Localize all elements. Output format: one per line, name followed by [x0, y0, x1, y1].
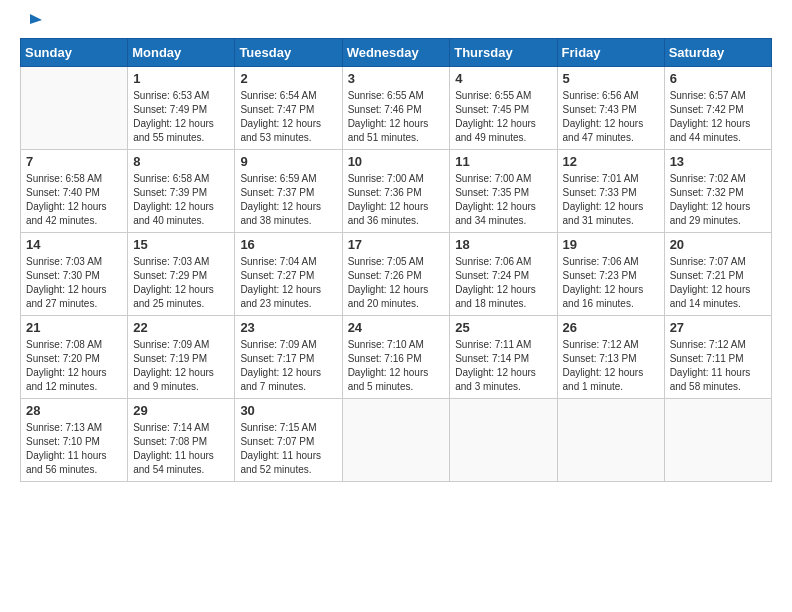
calendar-week-5: 28Sunrise: 7:13 AM Sunset: 7:10 PM Dayli… — [21, 399, 772, 482]
day-info: Sunrise: 6:54 AM Sunset: 7:47 PM Dayligh… — [240, 89, 336, 145]
logo — [20, 20, 42, 28]
calendar-cell: 6Sunrise: 6:57 AM Sunset: 7:42 PM Daylig… — [664, 67, 771, 150]
day-info: Sunrise: 7:10 AM Sunset: 7:16 PM Dayligh… — [348, 338, 445, 394]
day-info: Sunrise: 7:04 AM Sunset: 7:27 PM Dayligh… — [240, 255, 336, 311]
calendar-week-1: 1Sunrise: 6:53 AM Sunset: 7:49 PM Daylig… — [21, 67, 772, 150]
svg-marker-0 — [30, 14, 42, 24]
day-number: 4 — [455, 71, 551, 86]
calendar-cell: 3Sunrise: 6:55 AM Sunset: 7:46 PM Daylig… — [342, 67, 450, 150]
day-info: Sunrise: 7:09 AM Sunset: 7:17 PM Dayligh… — [240, 338, 336, 394]
day-number: 22 — [133, 320, 229, 335]
calendar-cell: 28Sunrise: 7:13 AM Sunset: 7:10 PM Dayli… — [21, 399, 128, 482]
day-info: Sunrise: 7:11 AM Sunset: 7:14 PM Dayligh… — [455, 338, 551, 394]
day-number: 10 — [348, 154, 445, 169]
day-info: Sunrise: 7:06 AM Sunset: 7:23 PM Dayligh… — [563, 255, 659, 311]
day-info: Sunrise: 7:06 AM Sunset: 7:24 PM Dayligh… — [455, 255, 551, 311]
calendar-week-4: 21Sunrise: 7:08 AM Sunset: 7:20 PM Dayli… — [21, 316, 772, 399]
calendar-cell: 30Sunrise: 7:15 AM Sunset: 7:07 PM Dayli… — [235, 399, 342, 482]
day-number: 11 — [455, 154, 551, 169]
day-info: Sunrise: 7:01 AM Sunset: 7:33 PM Dayligh… — [563, 172, 659, 228]
calendar-cell: 24Sunrise: 7:10 AM Sunset: 7:16 PM Dayli… — [342, 316, 450, 399]
day-number: 25 — [455, 320, 551, 335]
day-info: Sunrise: 7:00 AM Sunset: 7:35 PM Dayligh… — [455, 172, 551, 228]
page-header — [20, 20, 772, 28]
calendar-cell — [342, 399, 450, 482]
weekday-header-saturday: Saturday — [664, 39, 771, 67]
calendar-week-2: 7Sunrise: 6:58 AM Sunset: 7:40 PM Daylig… — [21, 150, 772, 233]
calendar-cell: 27Sunrise: 7:12 AM Sunset: 7:11 PM Dayli… — [664, 316, 771, 399]
day-info: Sunrise: 7:09 AM Sunset: 7:19 PM Dayligh… — [133, 338, 229, 394]
calendar-cell: 7Sunrise: 6:58 AM Sunset: 7:40 PM Daylig… — [21, 150, 128, 233]
day-info: Sunrise: 7:08 AM Sunset: 7:20 PM Dayligh… — [26, 338, 122, 394]
calendar-cell: 10Sunrise: 7:00 AM Sunset: 7:36 PM Dayli… — [342, 150, 450, 233]
day-number: 24 — [348, 320, 445, 335]
day-info: Sunrise: 7:02 AM Sunset: 7:32 PM Dayligh… — [670, 172, 766, 228]
day-info: Sunrise: 7:13 AM Sunset: 7:10 PM Dayligh… — [26, 421, 122, 477]
calendar-cell: 5Sunrise: 6:56 AM Sunset: 7:43 PM Daylig… — [557, 67, 664, 150]
weekday-header-monday: Monday — [128, 39, 235, 67]
day-number: 21 — [26, 320, 122, 335]
day-number: 28 — [26, 403, 122, 418]
day-info: Sunrise: 6:53 AM Sunset: 7:49 PM Dayligh… — [133, 89, 229, 145]
calendar-cell: 8Sunrise: 6:58 AM Sunset: 7:39 PM Daylig… — [128, 150, 235, 233]
day-number: 9 — [240, 154, 336, 169]
day-number: 26 — [563, 320, 659, 335]
day-number: 27 — [670, 320, 766, 335]
calendar-cell: 22Sunrise: 7:09 AM Sunset: 7:19 PM Dayli… — [128, 316, 235, 399]
calendar-cell: 9Sunrise: 6:59 AM Sunset: 7:37 PM Daylig… — [235, 150, 342, 233]
day-number: 1 — [133, 71, 229, 86]
calendar-cell: 16Sunrise: 7:04 AM Sunset: 7:27 PM Dayli… — [235, 233, 342, 316]
calendar-cell: 4Sunrise: 6:55 AM Sunset: 7:45 PM Daylig… — [450, 67, 557, 150]
calendar-cell: 17Sunrise: 7:05 AM Sunset: 7:26 PM Dayli… — [342, 233, 450, 316]
day-number: 14 — [26, 237, 122, 252]
day-info: Sunrise: 7:15 AM Sunset: 7:07 PM Dayligh… — [240, 421, 336, 477]
calendar-cell: 23Sunrise: 7:09 AM Sunset: 7:17 PM Dayli… — [235, 316, 342, 399]
day-info: Sunrise: 6:56 AM Sunset: 7:43 PM Dayligh… — [563, 89, 659, 145]
day-number: 18 — [455, 237, 551, 252]
day-number: 3 — [348, 71, 445, 86]
day-info: Sunrise: 7:03 AM Sunset: 7:30 PM Dayligh… — [26, 255, 122, 311]
day-number: 6 — [670, 71, 766, 86]
calendar-cell: 29Sunrise: 7:14 AM Sunset: 7:08 PM Dayli… — [128, 399, 235, 482]
day-number: 19 — [563, 237, 659, 252]
day-number: 2 — [240, 71, 336, 86]
day-info: Sunrise: 6:57 AM Sunset: 7:42 PM Dayligh… — [670, 89, 766, 145]
logo-bird-icon — [22, 12, 42, 32]
calendar-cell: 26Sunrise: 7:12 AM Sunset: 7:13 PM Dayli… — [557, 316, 664, 399]
day-number: 12 — [563, 154, 659, 169]
day-number: 17 — [348, 237, 445, 252]
day-number: 20 — [670, 237, 766, 252]
day-number: 15 — [133, 237, 229, 252]
calendar-cell — [450, 399, 557, 482]
calendar-cell: 25Sunrise: 7:11 AM Sunset: 7:14 PM Dayli… — [450, 316, 557, 399]
day-info: Sunrise: 7:05 AM Sunset: 7:26 PM Dayligh… — [348, 255, 445, 311]
weekday-header-row: SundayMondayTuesdayWednesdayThursdayFrid… — [21, 39, 772, 67]
weekday-header-thursday: Thursday — [450, 39, 557, 67]
weekday-header-friday: Friday — [557, 39, 664, 67]
calendar-cell: 19Sunrise: 7:06 AM Sunset: 7:23 PM Dayli… — [557, 233, 664, 316]
day-info: Sunrise: 6:58 AM Sunset: 7:40 PM Dayligh… — [26, 172, 122, 228]
day-number: 8 — [133, 154, 229, 169]
day-number: 5 — [563, 71, 659, 86]
calendar-cell: 12Sunrise: 7:01 AM Sunset: 7:33 PM Dayli… — [557, 150, 664, 233]
day-number: 23 — [240, 320, 336, 335]
day-info: Sunrise: 7:00 AM Sunset: 7:36 PM Dayligh… — [348, 172, 445, 228]
day-info: Sunrise: 6:55 AM Sunset: 7:46 PM Dayligh… — [348, 89, 445, 145]
day-info: Sunrise: 7:03 AM Sunset: 7:29 PM Dayligh… — [133, 255, 229, 311]
calendar-cell: 1Sunrise: 6:53 AM Sunset: 7:49 PM Daylig… — [128, 67, 235, 150]
calendar-cell: 2Sunrise: 6:54 AM Sunset: 7:47 PM Daylig… — [235, 67, 342, 150]
calendar-week-3: 14Sunrise: 7:03 AM Sunset: 7:30 PM Dayli… — [21, 233, 772, 316]
calendar-cell — [664, 399, 771, 482]
day-info: Sunrise: 6:55 AM Sunset: 7:45 PM Dayligh… — [455, 89, 551, 145]
day-number: 13 — [670, 154, 766, 169]
day-info: Sunrise: 7:14 AM Sunset: 7:08 PM Dayligh… — [133, 421, 229, 477]
calendar-cell: 11Sunrise: 7:00 AM Sunset: 7:35 PM Dayli… — [450, 150, 557, 233]
calendar-cell: 21Sunrise: 7:08 AM Sunset: 7:20 PM Dayli… — [21, 316, 128, 399]
calendar-cell: 15Sunrise: 7:03 AM Sunset: 7:29 PM Dayli… — [128, 233, 235, 316]
calendar-cell: 20Sunrise: 7:07 AM Sunset: 7:21 PM Dayli… — [664, 233, 771, 316]
weekday-header-tuesday: Tuesday — [235, 39, 342, 67]
calendar-cell — [557, 399, 664, 482]
calendar-table: SundayMondayTuesdayWednesdayThursdayFrid… — [20, 38, 772, 482]
day-info: Sunrise: 7:12 AM Sunset: 7:13 PM Dayligh… — [563, 338, 659, 394]
day-number: 7 — [26, 154, 122, 169]
